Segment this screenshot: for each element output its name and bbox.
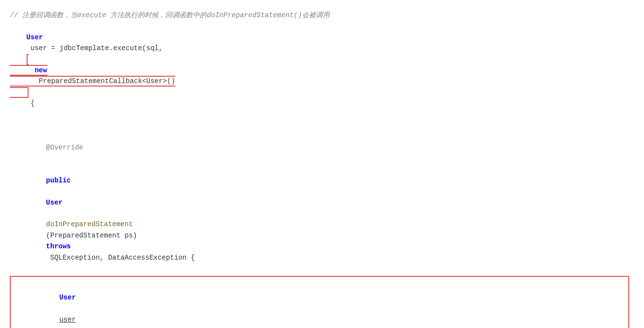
keyword-user-inner: User [59,294,76,301]
keyword-throws: throws [46,242,71,250]
annotation-text: @Override [46,144,84,151]
exceptions: SQLException, DataAccessException { [46,254,195,262]
highlight-callback: new PreparedStatementCallback<User>() [10,54,175,98]
code-text: { [27,99,35,107]
keyword-new: new [34,66,47,74]
comment-line-1: // 注册回调函数，当execute 方法执行的时候，回调函数中的doInPre… [10,10,629,21]
code-container: // 注册回调函数，当execute 方法执行的时候，回调函数中的doInPre… [0,0,644,328]
outer-red-box: User user = null ; // 第一个占位符，？ 为 2 ps.se… [10,276,629,328]
keyword-user-return: User [46,199,63,207]
space [46,187,50,195]
empty-line-1 [10,120,629,131]
keyword-user-type: User [27,33,43,41]
space [59,304,63,312]
code-text: PreparedStatementCallback<User>() [34,77,175,85]
params: (PreparedStatement ps) [46,232,141,239]
code-line-2: User user = jdbcTemplate.execute(sql, ne… [10,21,629,120]
method-signature: public User doInPreparedStatement (Prepa… [10,164,629,274]
var-user: user [59,316,76,324]
inner-line-user-null: User user = null ; [15,281,624,328]
code-text: user = jdbcTemplate.execute(sql, [27,44,167,52]
space [46,209,50,217]
keyword-public: public [46,177,71,184]
annotation-override: @Override [10,131,629,164]
method-name: doInPreparedStatement [46,220,133,228]
